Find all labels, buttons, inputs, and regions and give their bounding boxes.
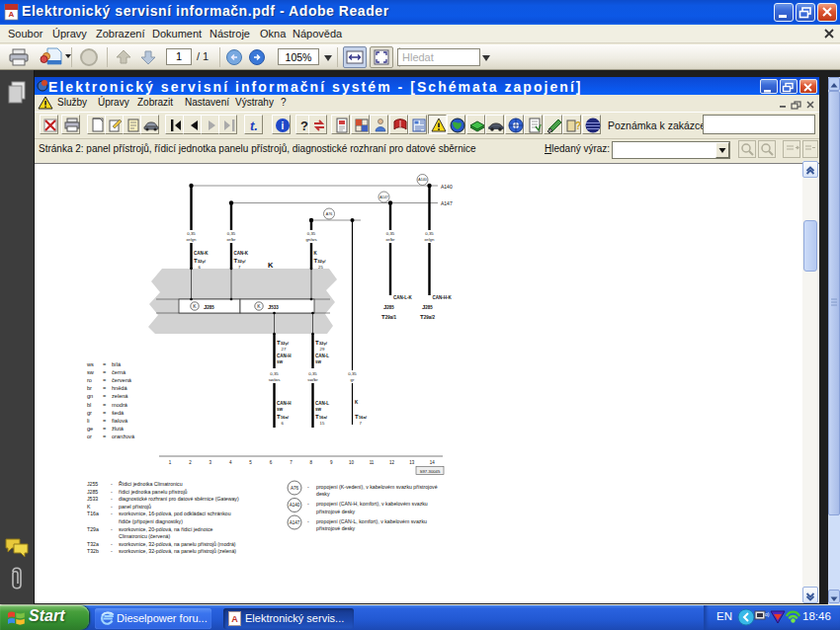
svg-text:ro: ro bbox=[87, 377, 92, 383]
svg-text:T29a/1: T29a/1 bbox=[381, 314, 396, 320]
svg-text:-: - bbox=[111, 548, 113, 554]
svg-text:propojení (CAN-L, komfort), v: propojení (CAN-L, komfort), v kabelovém … bbox=[316, 518, 427, 524]
svg-text:diagnostické rozhraní pro dato: diagnostické rozhraní pro datové sběrnic… bbox=[119, 496, 239, 502]
svg-text:Climatronicu (červená): Climatronicu (červená) bbox=[119, 533, 170, 539]
svg-text:K: K bbox=[355, 400, 359, 405]
svg-text:J285: J285 bbox=[422, 304, 433, 310]
svg-text:-: - bbox=[307, 501, 309, 507]
svg-text:A140: A140 bbox=[418, 178, 426, 182]
svg-text:-: - bbox=[111, 526, 113, 532]
svg-text:přístrojové desky: přístrojové desky bbox=[316, 509, 356, 514]
svg-text:-: - bbox=[111, 504, 113, 510]
svg-text:T16a/: T16a/ bbox=[315, 414, 328, 420]
svg-text:J533: J533 bbox=[87, 496, 98, 502]
svg-text:černá: černá bbox=[112, 369, 126, 375]
svg-text:29: 29 bbox=[320, 347, 325, 352]
svg-text:?: ? bbox=[575, 120, 581, 131]
svg-text:=: = bbox=[103, 410, 106, 416]
svg-text:15: 15 bbox=[320, 421, 325, 426]
svg-text:sw/br: sw/br bbox=[307, 377, 318, 382]
svg-text:sw: sw bbox=[277, 359, 284, 364]
svg-text:7: 7 bbox=[238, 265, 241, 270]
svg-text:modrá: modrá bbox=[112, 402, 128, 408]
svg-text:Řídicí jednotka Climatronicu: Řídicí jednotka Climatronicu bbox=[119, 480, 183, 487]
svg-text:T32y/: T32y/ bbox=[277, 340, 290, 346]
svg-text:sw: sw bbox=[277, 407, 284, 412]
svg-text:-: - bbox=[307, 484, 309, 490]
svg-text:=: = bbox=[103, 369, 106, 375]
svg-text:K: K bbox=[268, 261, 274, 270]
svg-text:A140: A140 bbox=[441, 184, 453, 190]
svg-text:sw: sw bbox=[315, 359, 322, 364]
svg-text:0,35: 0,35 bbox=[270, 371, 279, 376]
svg-text:K: K bbox=[87, 504, 91, 510]
svg-text:S97-30045: S97-30045 bbox=[420, 469, 441, 474]
svg-text:T32y/: T32y/ bbox=[315, 340, 328, 346]
svg-text:7: 7 bbox=[360, 421, 363, 426]
svg-text:propojení (CAN-H, komfort), v: propojení (CAN-H, komfort), v kabelovém … bbox=[316, 501, 428, 507]
svg-text:or/gn: or/gn bbox=[187, 237, 197, 242]
svg-text:0,35: 0,35 bbox=[187, 231, 196, 236]
svg-text:-: - bbox=[111, 496, 113, 502]
svg-text:-: - bbox=[111, 489, 113, 495]
svg-text:12: 12 bbox=[389, 460, 395, 465]
svg-text:T32b: T32b bbox=[87, 548, 99, 554]
svg-text:T16a: T16a bbox=[87, 511, 99, 516]
svg-text:0,35: 0,35 bbox=[386, 231, 395, 236]
svg-text:-: - bbox=[111, 511, 113, 516]
svg-text:J533: J533 bbox=[268, 304, 279, 310]
svg-text:br: br bbox=[87, 385, 92, 391]
svg-text:CAN-L-K: CAN-L-K bbox=[393, 295, 412, 300]
svg-text:10: 10 bbox=[349, 460, 355, 465]
svg-text:A140: A140 bbox=[290, 503, 300, 508]
svg-text:7: 7 bbox=[290, 460, 293, 465]
svg-text:sw: sw bbox=[87, 369, 95, 375]
svg-text:3: 3 bbox=[210, 460, 212, 465]
svg-text:CAN-K: CAN-K bbox=[194, 251, 209, 256]
svg-text:T29a/2: T29a/2 bbox=[420, 314, 435, 320]
svg-text:or/gn: or/gn bbox=[425, 237, 435, 242]
svg-text:gn/ws: gn/ws bbox=[305, 237, 316, 242]
svg-text:-: - bbox=[307, 518, 309, 524]
svg-text:or/br: or/br bbox=[227, 237, 236, 242]
svg-text:A: A bbox=[231, 614, 238, 624]
svg-text:A76: A76 bbox=[326, 212, 332, 216]
svg-text:?: ? bbox=[300, 118, 308, 133]
svg-text:9: 9 bbox=[330, 460, 333, 465]
svg-text:gr: gr bbox=[351, 377, 355, 382]
svg-text:svorkovnice, 16-pólová, pod od: svorkovnice, 16-pólová, pod odkládací sc… bbox=[119, 511, 231, 516]
svg-text:8: 8 bbox=[310, 460, 313, 465]
svg-text:přístrojové desky: přístrojové desky bbox=[316, 525, 356, 531]
svg-text:T16a/: T16a/ bbox=[277, 414, 290, 420]
svg-text:6: 6 bbox=[270, 460, 273, 465]
svg-text:žlutá: žlutá bbox=[112, 426, 125, 432]
svg-text:T29a: T29a bbox=[87, 526, 99, 532]
svg-text:i: i bbox=[282, 120, 285, 131]
svg-text:sw/ws: sw/ws bbox=[269, 377, 281, 382]
svg-text:0,35: 0,35 bbox=[227, 231, 236, 236]
svg-text:A147: A147 bbox=[290, 520, 300, 525]
svg-text:25: 25 bbox=[318, 265, 323, 270]
svg-text:A: A bbox=[9, 10, 15, 19]
svg-text:CAN-K: CAN-K bbox=[234, 251, 249, 256]
svg-text:=: = bbox=[103, 385, 106, 391]
svg-text:J285: J285 bbox=[383, 304, 394, 310]
svg-text:J285: J285 bbox=[204, 304, 214, 310]
svg-text:CAN-L: CAN-L bbox=[315, 354, 329, 358]
svg-text:27: 27 bbox=[282, 347, 287, 352]
svg-text:=: = bbox=[103, 377, 106, 383]
svg-text:zelená: zelená bbox=[112, 393, 128, 399]
svg-text:CAN-L: CAN-L bbox=[315, 401, 329, 406]
svg-text:ws: ws bbox=[86, 361, 94, 367]
svg-text:5: 5 bbox=[249, 460, 252, 465]
svg-text:gn: gn bbox=[87, 393, 93, 399]
svg-text:4: 4 bbox=[229, 460, 232, 465]
svg-text:svorkovnice, 20-pólová, na říd: svorkovnice, 20-pólová, na řídicí jednot… bbox=[119, 526, 213, 532]
svg-text:T16a/: T16a/ bbox=[355, 414, 368, 420]
svg-text:CAN-H: CAN-H bbox=[277, 401, 292, 406]
svg-text:1: 1 bbox=[169, 460, 172, 465]
svg-text:desky: desky bbox=[316, 491, 330, 497]
svg-text:6: 6 bbox=[199, 265, 202, 270]
svg-text:14: 14 bbox=[430, 460, 436, 465]
svg-text:T32a: T32a bbox=[87, 541, 99, 547]
